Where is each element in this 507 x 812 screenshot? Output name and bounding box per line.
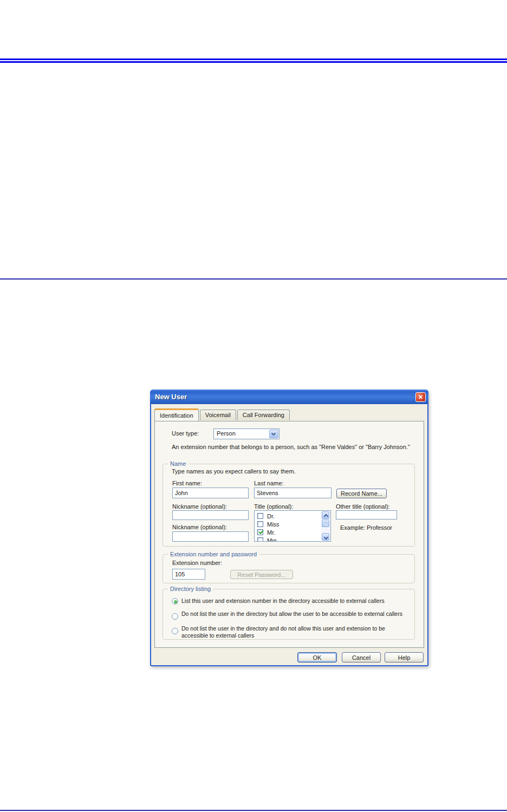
radio-icon[interactable] xyxy=(172,598,178,605)
tab-identification[interactable]: Identification xyxy=(154,408,199,421)
title-item-label: Miss xyxy=(267,521,280,528)
user-type-description: An extension number that belongs to a pe… xyxy=(172,444,410,450)
bottom-rule xyxy=(0,810,507,811)
tab-call-forwarding[interactable]: Call Forwarding xyxy=(237,410,290,420)
nickname2-input[interactable] xyxy=(172,531,249,542)
section-divider-rule xyxy=(0,278,507,280)
title-item-label: Mrs. xyxy=(267,537,278,542)
checkbox-icon[interactable] xyxy=(257,537,263,542)
title-listbox[interactable]: Dr. Miss Mr. Mrs. xyxy=(254,510,331,542)
ok-button[interactable]: OK xyxy=(297,652,337,662)
reset-password-button[interactable]: Reset Password... xyxy=(230,570,293,579)
title-item-label: Dr. xyxy=(267,513,275,519)
title-list-scrollbar[interactable] xyxy=(321,511,330,541)
other-title-label: Other title (optional): xyxy=(336,503,390,510)
other-title-input[interactable] xyxy=(336,510,397,519)
tab-strip: Identification Voicemail Call Forwarding xyxy=(154,408,291,420)
title-list-label: Title (optional): xyxy=(254,503,293,510)
chevron-down-icon[interactable] xyxy=(269,430,278,438)
checkbox-icon[interactable] xyxy=(257,513,263,519)
radio-1[interactable]: Do not list the user in the directory bu… xyxy=(172,610,409,620)
user-type-value: Person xyxy=(214,429,269,439)
new-user-dialog: New User ✕ Identification Voicemail Call… xyxy=(150,389,428,666)
tab-voicemail[interactable]: Voicemail xyxy=(200,410,236,420)
title-item-2[interactable]: Mr. xyxy=(255,528,322,536)
other-title-example: Example: Professor xyxy=(340,524,392,531)
first-name-input[interactable] xyxy=(172,488,249,498)
extension-group: Extension number and password Extension … xyxy=(162,554,415,583)
top-rule-2 xyxy=(0,61,507,63)
extension-number-label: Extension number: xyxy=(172,560,222,566)
radio-label: Do not list the user in the directory bu… xyxy=(181,610,409,620)
radio-label: List this user and extension number in t… xyxy=(181,597,409,605)
extension-group-title: Extension number and password xyxy=(168,551,259,557)
directory-group: Directory listing List this user and ext… xyxy=(162,589,415,640)
radio-label: Do not list the user in the directory an… xyxy=(181,625,409,639)
title-item-label: Mr. xyxy=(267,529,275,536)
radio-icon[interactable] xyxy=(172,628,178,634)
extension-number-input[interactable] xyxy=(172,569,205,580)
identification-tab-page: User type: Person An extension number th… xyxy=(154,421,424,648)
scroll-up-icon[interactable] xyxy=(322,511,329,519)
scrollbar-thumb[interactable] xyxy=(322,519,329,527)
name-group: Name Type names as you expect callers to… xyxy=(162,464,415,547)
nickname1-input[interactable] xyxy=(172,510,249,520)
name-hint: Type names as you expect callers to say … xyxy=(172,468,296,475)
nickname2-label: Nickname (optional): xyxy=(172,524,227,530)
checkbox-icon[interactable] xyxy=(257,529,263,535)
radio-2[interactable]: Do not list the user in the directory an… xyxy=(172,625,409,639)
last-name-label: Last name: xyxy=(254,480,283,486)
top-rule-1 xyxy=(0,59,507,60)
name-group-title: Name xyxy=(168,460,188,467)
directory-group-title: Directory listing xyxy=(168,586,213,592)
title-item-3[interactable]: Mrs. xyxy=(255,536,322,542)
record-name-button[interactable]: Record Name... xyxy=(336,489,387,498)
checkbox-icon[interactable] xyxy=(257,521,263,527)
last-name-input[interactable] xyxy=(254,488,332,498)
first-name-label: First name: xyxy=(172,480,202,486)
dialog-title: New User xyxy=(155,393,415,401)
radio-icon[interactable] xyxy=(172,613,178,620)
dialog-titlebar[interactable]: New User ✕ xyxy=(150,389,428,404)
radio-0[interactable]: List this user and extension number in t… xyxy=(172,597,409,605)
close-icon[interactable]: ✕ xyxy=(415,392,426,402)
cancel-button[interactable]: Cancel xyxy=(342,652,381,662)
help-button[interactable]: Help xyxy=(385,652,424,662)
user-type-combobox[interactable]: Person xyxy=(213,428,280,439)
title-item-0[interactable]: Dr. xyxy=(255,512,322,520)
user-type-label: User type: xyxy=(172,430,199,437)
scroll-down-icon[interactable] xyxy=(322,533,329,541)
nickname1-label: Nickname (optional): xyxy=(172,503,227,510)
title-item-1[interactable]: Miss xyxy=(255,520,322,528)
